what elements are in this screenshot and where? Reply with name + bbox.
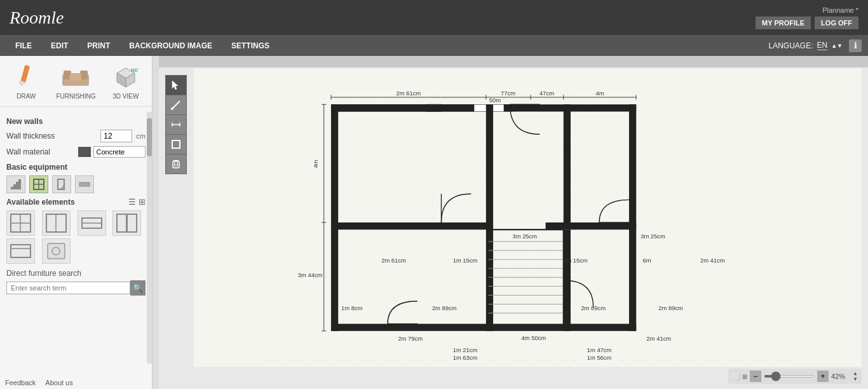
logo: Roomle bbox=[10, 8, 64, 28]
zoom-level: 42% bbox=[831, 372, 850, 380]
zoom-controls: ⬜ ⊞ − + 42% ▲▼ bbox=[728, 369, 862, 384]
zoom-out-button[interactable]: − bbox=[750, 371, 761, 382]
element-thumb-1[interactable] bbox=[6, 210, 35, 236]
grid-view-icon[interactable]: ⊞ bbox=[139, 197, 146, 207]
svg-rect-0 bbox=[20, 64, 30, 83]
zoom-up-icon[interactable]: ▲▼ bbox=[853, 371, 858, 382]
svg-text:4m 50cm: 4m 50cm bbox=[522, 335, 546, 341]
wall-thickness-unit: cm bbox=[136, 132, 146, 140]
draw-tool[interactable]: DRAW bbox=[10, 62, 42, 100]
element-thumb-4[interactable] bbox=[112, 210, 141, 236]
svg-rect-31 bbox=[48, 243, 65, 259]
threed-tool[interactable]: BETA 3D VIEW bbox=[110, 62, 142, 100]
element-thumb-5[interactable] bbox=[6, 238, 35, 264]
material-select[interactable]: Concrete bbox=[78, 146, 146, 158]
zoom-in-button[interactable]: + bbox=[817, 371, 829, 382]
svg-text:2m 89cm: 2m 89cm bbox=[658, 305, 683, 311]
svg-rect-40 bbox=[172, 140, 180, 148]
select-tool-button[interactable] bbox=[166, 76, 186, 95]
wall-thickness-input[interactable] bbox=[100, 130, 132, 142]
svg-text:1m 8cm: 1m 8cm bbox=[341, 305, 363, 311]
about-link[interactable]: About us bbox=[45, 379, 72, 386]
equip-stairs-icon[interactable] bbox=[6, 175, 25, 193]
background-image-menu[interactable]: BACKGROUND IMAGE bbox=[120, 35, 221, 56]
material-dropdown[interactable]: Concrete bbox=[93, 146, 146, 158]
svg-text:4m: 4m bbox=[595, 90, 604, 97]
edit-menu[interactable]: EDIT bbox=[42, 35, 77, 56]
svg-text:2m 41cm: 2m 41cm bbox=[647, 336, 672, 342]
element-thumb-2[interactable] bbox=[42, 210, 71, 236]
svg-rect-42 bbox=[173, 161, 179, 168]
search-input[interactable] bbox=[6, 282, 130, 294]
svg-text:2m 89cm: 2m 89cm bbox=[581, 305, 606, 311]
feedback-link[interactable]: Feedback bbox=[5, 379, 36, 386]
equip-window-icon[interactable] bbox=[29, 175, 48, 193]
my-profile-button[interactable]: MY PROFILE bbox=[756, 17, 811, 29]
svg-text:2m 79cm: 2m 79cm bbox=[398, 336, 423, 342]
delete-button[interactable] bbox=[166, 154, 186, 174]
header: Roomle Planname * MY PROFILE LOG OFF bbox=[0, 0, 868, 35]
language-label: LANGUAGE: bbox=[768, 41, 813, 50]
zoom-slider[interactable] bbox=[764, 375, 815, 378]
sidebar-scrollbar[interactable] bbox=[153, 56, 159, 389]
wall-material-row: Wall material Concrete bbox=[6, 146, 146, 158]
svg-rect-59 bbox=[331, 222, 492, 229]
svg-point-36 bbox=[171, 107, 173, 110]
toolbar: FILE EDIT PRINT BACKGROUND IMAGE SETTING… bbox=[0, 35, 868, 56]
settings-menu[interactable]: SETTINGS bbox=[222, 35, 278, 56]
measure-button[interactable] bbox=[166, 115, 186, 134]
elements-header: Available elements ☰ ⊞ bbox=[6, 197, 146, 207]
svg-rect-11 bbox=[11, 187, 13, 189]
header-right: Planname * MY PROFILE LOG OFF bbox=[756, 6, 858, 29]
svg-rect-27 bbox=[117, 214, 126, 232]
tool-icons-row: DRAW FURNISHING bbox=[0, 56, 152, 107]
file-menu[interactable]: FILE bbox=[6, 35, 41, 56]
svg-text:3m 44cm: 3m 44cm bbox=[298, 272, 323, 278]
svg-text:2m 61cm: 2m 61cm bbox=[397, 90, 421, 97]
svg-text:50m: 50m bbox=[489, 97, 501, 104]
svg-line-35 bbox=[172, 101, 180, 109]
equip-wall-icon[interactable] bbox=[75, 175, 94, 193]
draw-label: DRAW bbox=[17, 93, 36, 100]
room-button[interactable] bbox=[166, 135, 186, 154]
svg-marker-34 bbox=[172, 81, 178, 90]
view-mode-grid-icon[interactable]: ⊞ bbox=[742, 373, 747, 380]
equip-door-icon[interactable] bbox=[52, 175, 71, 193]
draw-icon bbox=[10, 62, 42, 91]
ruler-top bbox=[159, 56, 868, 67]
furnishing-icon bbox=[60, 62, 92, 91]
svg-text:2m 41cm: 2m 41cm bbox=[700, 257, 725, 264]
draw-wall-button[interactable] bbox=[166, 95, 186, 114]
info-icon[interactable]: ℹ bbox=[849, 39, 862, 52]
wall-material-label: Wall material bbox=[6, 147, 74, 156]
svg-rect-29 bbox=[11, 245, 31, 257]
svg-text:1m 47cm: 1m 47cm bbox=[587, 347, 612, 353]
view-mode-2d-icon[interactable]: ⬜ bbox=[732, 373, 740, 380]
log-off-button[interactable]: LOG OFF bbox=[815, 17, 858, 29]
svg-text:1m 56cm: 1m 56cm bbox=[587, 355, 612, 361]
svg-rect-52 bbox=[331, 104, 474, 111]
svg-text:4m: 4m bbox=[313, 160, 319, 168]
search-button[interactable]: 🔍 bbox=[130, 280, 146, 296]
print-menu[interactable]: PRINT bbox=[78, 35, 119, 56]
svg-rect-56 bbox=[564, 104, 571, 229]
svg-text:77cm: 77cm bbox=[501, 90, 515, 97]
sidebar-content: New walls Wall thickness cm Wall materia… bbox=[0, 107, 152, 301]
svg-text:47cm: 47cm bbox=[539, 90, 554, 97]
svg-text:6m 15cm: 6m 15cm bbox=[563, 257, 588, 264]
main-layout: DRAW FURNISHING bbox=[0, 56, 868, 389]
element-thumb-6[interactable] bbox=[42, 238, 71, 264]
threed-icon: BETA bbox=[110, 62, 142, 91]
search-row: 🔍 bbox=[6, 280, 146, 296]
canvas-area: 2m 61cm 77cm 50m 47cm 4m bbox=[159, 56, 868, 389]
svg-rect-60 bbox=[546, 222, 637, 229]
element-thumb-3[interactable] bbox=[78, 210, 106, 236]
svg-rect-19 bbox=[79, 182, 90, 186]
material-color-swatch bbox=[78, 147, 91, 157]
language-value[interactable]: EN bbox=[817, 41, 828, 50]
basic-equipment-title: Basic equipment bbox=[6, 163, 146, 172]
furnishing-tool[interactable]: FURNISHING bbox=[56, 62, 95, 100]
wall-thickness-row: Wall thickness cm bbox=[6, 130, 146, 142]
svg-text:6m: 6m bbox=[643, 257, 651, 264]
list-view-icon[interactable]: ☰ bbox=[128, 197, 136, 207]
